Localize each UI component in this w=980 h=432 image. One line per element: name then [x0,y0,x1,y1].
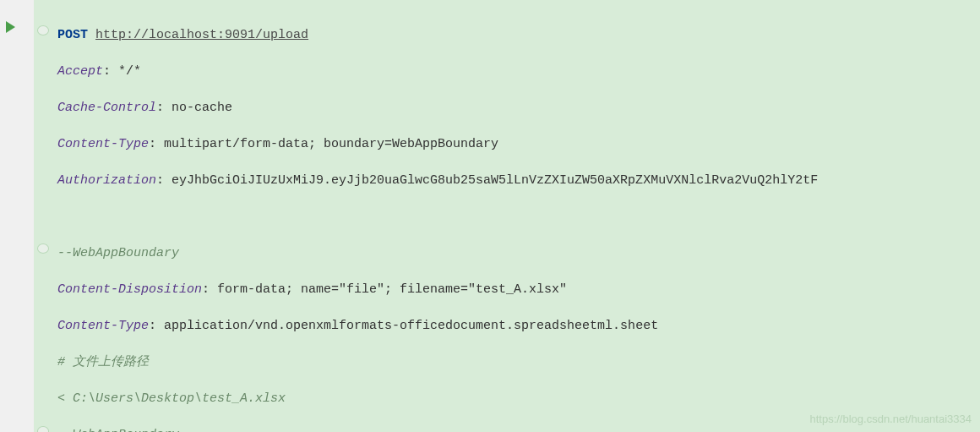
fold-marker-icon[interactable] [35,240,52,257]
blank-line [57,199,980,235]
watermark: https://blog.csdn.net/huantai3334 [809,413,972,425]
editor-gutter [0,0,34,432]
header-accept: Accept: */* [57,53,980,90]
boundary-open: --WebAppBoundary [57,235,980,271]
run-icon[interactable] [6,21,15,33]
http-method: POST [57,28,88,42]
request-line: POST http://localhost:9091/upload [57,17,980,53]
fold-marker-icon[interactable] [35,423,52,432]
part-content-disposition: Content-Disposition: form-data; name="fi… [57,271,980,308]
request-url: http://localhost:9091/upload [95,28,308,42]
header-authorization: Authorization: eyJhbGciOiJIUzUxMiJ9.eyJj… [57,162,980,199]
header-cache-control: Cache-Control: no-cache [57,90,980,126]
fold-marker-icon[interactable] [35,22,52,39]
code-editor[interactable]: POST http://localhost:9091/upload Accept… [54,0,980,432]
fold-gutter [34,0,54,432]
header-content-type: Content-Type: multipart/form-data; bound… [57,126,980,162]
comment-line: # 文件上传路径 [57,344,980,380]
file-path-line: < C:\Users\Desktop\test_A.xlsx [57,380,980,417]
part-content-type: Content-Type: application/vnd.openxmlfor… [57,308,980,344]
